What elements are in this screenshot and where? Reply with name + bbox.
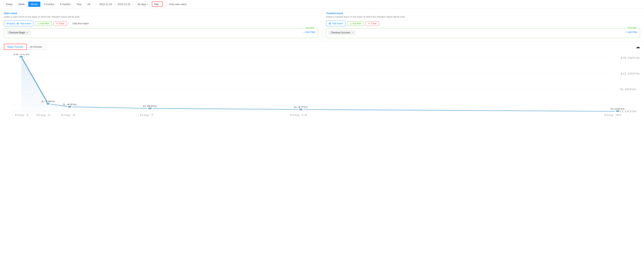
start-add-filter-button[interactable]: ⊿ Add filter (35, 21, 52, 26)
all-periods-tab[interactable]: All Periods (26, 44, 45, 50)
start-clear-button[interactable]: ✕ Clear (54, 21, 67, 26)
tracked-event-tag-close[interactable]: ✕ (351, 31, 353, 34)
svg-text:5.00%: 5.00% (620, 88, 636, 91)
svg-text:0.83%: 0.83% (143, 105, 157, 107)
svg-point-14 (298, 108, 303, 110)
tracked-event-tag: Checkout Success ✕ (328, 30, 355, 35)
svg-text:18.31%: 18.31% (13, 54, 30, 56)
svg-text:Day 30: Day 30 (604, 113, 621, 116)
week-button[interactable]: Week (16, 2, 28, 7)
start-event-desc: Select a start event on the basis of whi… (4, 16, 318, 18)
chart-area: 15.00% 10.00% 5.00% 0.00% 18 (0, 50, 644, 120)
svg-point-11 (46, 103, 50, 105)
cloud-download-icon[interactable]: ☁ (636, 44, 640, 49)
tracked-filter-icon: ⊿ (350, 22, 352, 25)
toolbar: Today Week Month 3 months 6 months Year … (0, 0, 644, 9)
plus-circle-icon: &#oplus; (6, 22, 16, 25)
retention-chart: 15.00% 10.00% 5.00% 0.00% 18 (12, 54, 640, 116)
six-months-button[interactable]: 6 months (58, 2, 73, 7)
new-users-label-text: Only new users (169, 3, 187, 6)
date-separator: — (114, 3, 116, 6)
start-event-tag: Checkout Begin ✕ (6, 30, 30, 35)
svg-point-10 (19, 56, 24, 58)
new-users-toggle[interactable]: Only new users (165, 3, 187, 6)
start-add-event-button[interactable]: &#oplus; ⊕ Add event (4, 21, 33, 26)
svg-text:1.43%: 1.43% (63, 103, 76, 106)
tracked-clear-button[interactable]: ✕ Clear (366, 21, 379, 26)
tracked-included-label: Included (626, 27, 638, 29)
start-event-actions: &#oplus; ⊕ Add event ⊿ Add filter ✕ Clea… (4, 21, 318, 26)
svg-point-13 (148, 107, 152, 109)
dropdown-arrow-icon: ▾ (147, 3, 148, 5)
date-from: 2022.11.16 (98, 3, 113, 6)
svg-text:15.00%: 15.00% (620, 56, 640, 59)
clear-x-icon: ✕ (56, 22, 58, 25)
tracked-event-panel: Tracked event Select a tracked event on … (322, 9, 644, 41)
days-range-label: 30 days (137, 3, 146, 6)
year-button[interactable]: Year (74, 2, 84, 7)
new-users-checkbox[interactable] (165, 3, 168, 6)
tracked-add-event-button[interactable]: ⊕ Add event (326, 21, 346, 26)
start-event-tag-close[interactable]: ✕ (26, 31, 28, 34)
svg-text:Day 1: Day 1 (15, 113, 29, 116)
svg-text:0.47%: 0.47% (294, 106, 308, 108)
tracked-event-desc: Select a tracked event on the basis of w… (326, 16, 640, 18)
date-to: 2022.12.15 (117, 3, 131, 6)
three-months-button[interactable]: 3 months (41, 2, 56, 7)
tracked-event-title: Tracked event (326, 12, 640, 15)
svg-marker-9 (21, 57, 618, 111)
major-periods-tab[interactable]: Major Periods (4, 44, 27, 50)
svg-text:0.00%: 0.00% (620, 110, 636, 113)
tracked-add-filter-link[interactable]: + Add Filter (626, 31, 638, 34)
tracked-plus-circle-icon: ⊕ (328, 22, 331, 25)
tracked-add-filter-button[interactable]: ⊿ Add filter (347, 21, 364, 26)
day-select-dropdown[interactable]: Day ▾ (152, 2, 163, 7)
svg-point-15 (616, 110, 620, 112)
only-first-match-toggle[interactable]: Only first match (68, 22, 89, 25)
period-tabs: Major Periods All Periods (4, 44, 45, 50)
svg-text:0.02%: 0.02% (611, 107, 624, 110)
svg-text:Day 14: Day 14 (290, 113, 307, 116)
event-panels: Start event Select a start event on the … (0, 9, 644, 41)
next-date-button[interactable]: › (132, 2, 134, 7)
tracked-event-included-area: Included Checkout Success ✕ + Add Filter (326, 28, 640, 38)
start-event-included-area: Included Checkout Begin ✕ + Add Filter (4, 28, 318, 38)
svg-text:Day 2: Day 2 (36, 113, 50, 116)
svg-text:Day 7: Day 7 (140, 113, 154, 116)
svg-text:2.18%: 2.18% (41, 100, 55, 103)
tracked-clear-x-icon: ✕ (368, 22, 370, 25)
start-event-panel: Start event Select a start event on the … (0, 9, 322, 41)
start-event-title: Start event (4, 12, 318, 15)
prev-date-button[interactable]: ‹ (95, 2, 98, 7)
start-included-label: Included (304, 27, 316, 29)
tracked-event-actions: ⊕ Add event ⊿ Add filter ✕ Clear (326, 21, 640, 26)
date-navigation: ‹ 2022.11.16 — 2022.12.15 › (95, 2, 134, 7)
filter-icon: ⊿ (38, 22, 40, 25)
days-dropdown[interactable]: 30 days ▾ (135, 2, 150, 7)
svg-point-12 (68, 106, 72, 108)
day-select-arrow-icon: ▾ (160, 3, 160, 5)
month-button[interactable]: Month (28, 2, 40, 7)
today-button[interactable]: Today (3, 2, 15, 7)
svg-text:Day 3: Day 3 (61, 113, 75, 116)
only-first-match-label: Only first match (72, 22, 89, 25)
all-button[interactable]: All (85, 2, 93, 7)
day-select-label: Day (154, 3, 159, 6)
only-first-match-checkbox[interactable] (68, 22, 71, 25)
svg-text:10.00%: 10.00% (620, 72, 640, 75)
start-add-filter-link[interactable]: + Add Filter (304, 31, 316, 34)
chart-container: 15.00% 10.00% 5.00% 0.00% 18 (12, 54, 640, 116)
